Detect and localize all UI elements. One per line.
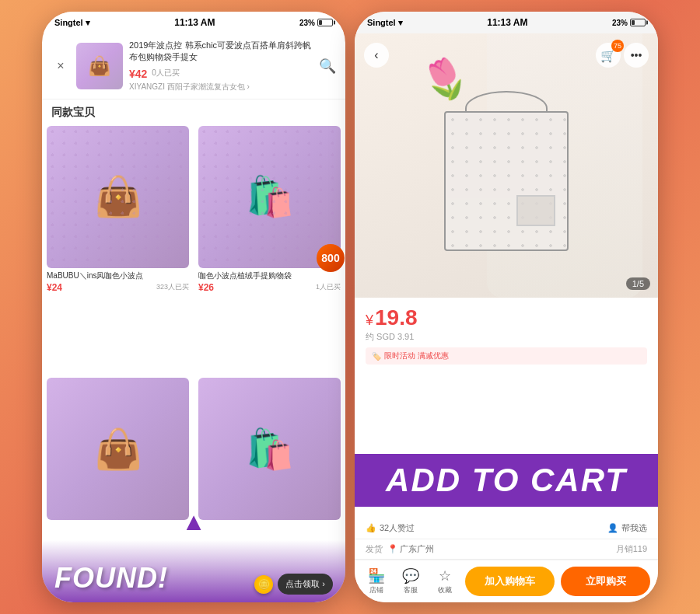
- status-right-right: 23%: [612, 19, 646, 27]
- time-display: 11:13 AM: [174, 17, 215, 28]
- cart-badge: 75: [611, 40, 624, 52]
- tote-bag: [444, 111, 569, 251]
- help-select-item[interactable]: 👤 帮我选: [607, 522, 647, 534]
- price-currency: ¥: [366, 312, 373, 329]
- battery-percent: 23%: [299, 19, 315, 27]
- products-grid: 👜 MaBUBU＼ins风咖色小波点 ¥24 323人已买 🛍️ 800 咖色小…: [42, 123, 345, 602]
- promo-text: 限时活动 满减优惠: [384, 351, 449, 361]
- product-header: × 👜 2019年波点控 韩系chic可爱波点百搭单肩斜跨帆布包购物袋手提女 ¥…: [42, 33, 345, 99]
- search-button[interactable]: 🔍: [319, 58, 336, 75]
- carrier-text: Singtel: [54, 18, 83, 27]
- status-left: Singtel ▾: [54, 18, 90, 28]
- shipping-label: 发货: [366, 543, 383, 555]
- product-card-bottom-1: ¥24 323人已买: [47, 282, 189, 293]
- store-nav-item[interactable]: 🏪 店铺: [362, 567, 390, 595]
- time-display-right: 11:13 AM: [487, 17, 527, 28]
- main-product-image: 🌷: [355, 33, 658, 298]
- tulip-decoration: 🌷: [415, 50, 475, 109]
- mascot-badge: 800: [317, 244, 345, 272]
- product-image-4: 🛍️: [198, 378, 341, 520]
- service-icon: 💬: [402, 567, 419, 584]
- bottom-nav: 🏪 店铺 💬 客服 ☆ 收藏 加入购物车 立即购买: [355, 560, 658, 602]
- product-thumbnail: 👜: [76, 43, 123, 89]
- product-detail-area: ¥ 19.8 约 SGD 3.91 🏷️ 限时活动 满减优惠: [355, 298, 658, 454]
- likes-item[interactable]: 👍 32人赞过: [366, 522, 415, 534]
- product-card-bottom-2: ¥26 1人已买: [198, 282, 341, 293]
- bag-thumbnail-icon: 👜: [88, 55, 111, 77]
- main-price: 19.8: [375, 305, 418, 330]
- right-phone: Singtel ▾ 11:13 AM 23%: [355, 12, 658, 602]
- product-card-title-1: MaBUBU＼ins风咖色小波点: [47, 270, 189, 281]
- thumbs-up-icon: 👍: [366, 523, 376, 533]
- favorite-icon: ☆: [439, 567, 451, 584]
- favorite-label: 收藏: [438, 585, 452, 595]
- product-image-area: 🌷 ‹ 🛒 75 ••• 1/5: [355, 33, 658, 298]
- product-card-3[interactable]: 👜: [42, 375, 194, 602]
- add-to-cart-button[interactable]: 加入购物车: [465, 567, 555, 596]
- arrow-up-indicator: ▲: [181, 508, 206, 536]
- status-left-right: Singtel ▾: [367, 18, 403, 28]
- product-title: 2019年波点控 韩系chic可爱波点百搭单肩斜跨帆布包购物袋手提女: [129, 40, 313, 64]
- add-to-cart-banner[interactable]: ADD TO CART: [355, 454, 658, 507]
- similar-section-title: 同款宝贝: [42, 99, 345, 123]
- product-card-sold-2: 1人已买: [316, 282, 341, 292]
- product-image-2: 🛍️ 800: [198, 126, 341, 268]
- location-text: 广东广州: [400, 543, 434, 555]
- product-price: ¥42: [129, 68, 147, 80]
- promo-bar[interactable]: 🏷️ 限时活动 满减优惠: [366, 347, 647, 365]
- cart-top-button[interactable]: 🛒 75: [596, 43, 621, 68]
- battery-icon-right: [630, 19, 646, 26]
- wifi-icon-right: ▾: [398, 18, 403, 28]
- shipping-location: 📍 广东广州: [387, 543, 616, 555]
- collect-button[interactable]: 点击领取 ›: [278, 574, 333, 595]
- more-button[interactable]: •••: [624, 43, 649, 68]
- battery-icon: [317, 19, 333, 26]
- status-bar-right: Singtel ▾ 11:13 AM 23%: [355, 12, 658, 33]
- product-card-4[interactable]: 🛍️: [194, 375, 345, 602]
- wifi-icon: ▾: [86, 18, 90, 28]
- likes-count: 32人赞过: [380, 522, 415, 534]
- left-phone: Singtel ▾ 11:13 AM 23% × 👜 2019年波点控 韩系ch…: [42, 12, 345, 602]
- shipping-bar: 发货 📍 广东广州 月销119: [355, 539, 658, 560]
- product-seller[interactable]: XIYANGZI 西阳子家潮流复古女包 ›: [129, 82, 313, 92]
- battery-percent-right: 23%: [612, 19, 628, 27]
- status-bar-left: Singtel ▾ 11:13 AM 23%: [42, 12, 345, 33]
- product-card-2[interactable]: 🛍️ 800 咖色小波点植绒手提购物袋 ¥26 1人已买: [194, 123, 345, 375]
- product-card-1[interactable]: 👜 MaBUBU＼ins风咖色小波点 ¥24 323人已买: [42, 123, 194, 375]
- person-icon: 👤: [607, 523, 618, 533]
- store-label: 店铺: [369, 585, 383, 595]
- close-button[interactable]: ×: [51, 57, 70, 75]
- promo-icon: 🏷️: [372, 352, 381, 361]
- status-right: 23%: [299, 19, 333, 27]
- product-card-price-2: ¥26: [198, 282, 214, 293]
- buy-now-button[interactable]: 立即购买: [561, 567, 650, 596]
- help-select-text: 帮我选: [621, 522, 647, 534]
- product-image-3: 👜: [47, 378, 189, 520]
- product-card-price-1: ¥24: [47, 282, 62, 293]
- service-nav-item[interactable]: 💬 客服: [397, 567, 425, 595]
- social-bar: 👍 32人赞过 👤 帮我选: [355, 518, 658, 539]
- location-pin-icon: 📍: [387, 544, 398, 554]
- service-label: 客服: [404, 585, 418, 595]
- favorite-nav-item[interactable]: ☆ 收藏: [431, 567, 459, 595]
- monthly-sales: 月销119: [616, 543, 647, 555]
- product-card-title-2: 咖色小波点植绒手提购物袋: [198, 270, 341, 281]
- store-icon: 🏪: [368, 567, 385, 584]
- product-info: 2019年波点控 韩系chic可爱波点百搭单肩斜跨帆布包购物袋手提女 ¥42 0…: [129, 40, 313, 92]
- product-sold: 0人已买: [152, 68, 180, 78]
- carrier-text-right: Singtel: [367, 18, 396, 27]
- product-image-1: 👜: [47, 126, 189, 268]
- back-button[interactable]: ‹: [364, 43, 389, 68]
- product-card-sold-1: 323人已买: [156, 282, 189, 292]
- image-counter: 1/5: [626, 277, 650, 290]
- price-sgd: 约 SGD 3.91: [366, 331, 647, 343]
